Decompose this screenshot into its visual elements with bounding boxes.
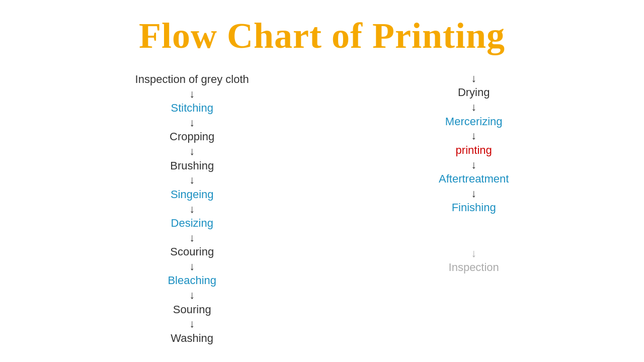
step-finishing: Finishing — [452, 200, 496, 216]
page: Flow Chart of Printing Inspection of gre… — [0, 0, 644, 362]
flowchart-container: Inspection of grey cloth ↓ Stitching ↓ C… — [0, 72, 644, 346]
step-desizing: Desizing — [171, 216, 213, 231]
arrow-6: ↓ — [189, 231, 195, 244]
arrow-r1: ↓ — [471, 72, 476, 85]
arrow-5: ↓ — [189, 203, 195, 216]
step-cropping: Cropping — [170, 129, 214, 145]
step-stitching: Stitching — [171, 101, 213, 116]
arrow-r3: ↓ — [471, 129, 476, 142]
arrow-2: ↓ — [189, 116, 195, 129]
step-inspection-grey: Inspection of grey cloth — [135, 72, 249, 87]
step-scouring: Scouring — [170, 244, 214, 260]
step-brushing: Brushing — [170, 158, 214, 174]
arrow-3: ↓ — [189, 145, 195, 158]
step-drying: Drying — [458, 85, 490, 101]
step-washing: Washing — [171, 331, 213, 346]
step-mercerizing: Mercerizing — [445, 114, 503, 130]
arrow-7: ↓ — [189, 260, 195, 273]
step-printing: printing — [456, 143, 492, 158]
arrow-r6: ↓ — [471, 247, 476, 260]
right-column: ↓ Drying ↓ Mercerizing ↓ printing ↓ Afte… — [439, 72, 509, 346]
arrow-8: ↓ — [189, 289, 195, 302]
arrow-4: ↓ — [189, 173, 195, 187]
page-title: Flow Chart of Printing — [0, 0, 644, 57]
step-aftertreatment: Aftertreatment — [439, 171, 509, 187]
step-singeing: Singeing — [171, 187, 214, 203]
arrow-1: ↓ — [189, 87, 195, 101]
arrow-r5: ↓ — [471, 187, 476, 200]
step-souring: Souring — [173, 302, 211, 318]
arrow-r2: ↓ — [471, 101, 476, 114]
left-column: Inspection of grey cloth ↓ Stitching ↓ C… — [135, 72, 249, 346]
arrow-9: ↓ — [189, 317, 195, 330]
arrow-r4: ↓ — [471, 158, 476, 171]
step-bleaching: Bleaching — [168, 273, 216, 289]
step-inspection: Inspection — [449, 260, 499, 276]
